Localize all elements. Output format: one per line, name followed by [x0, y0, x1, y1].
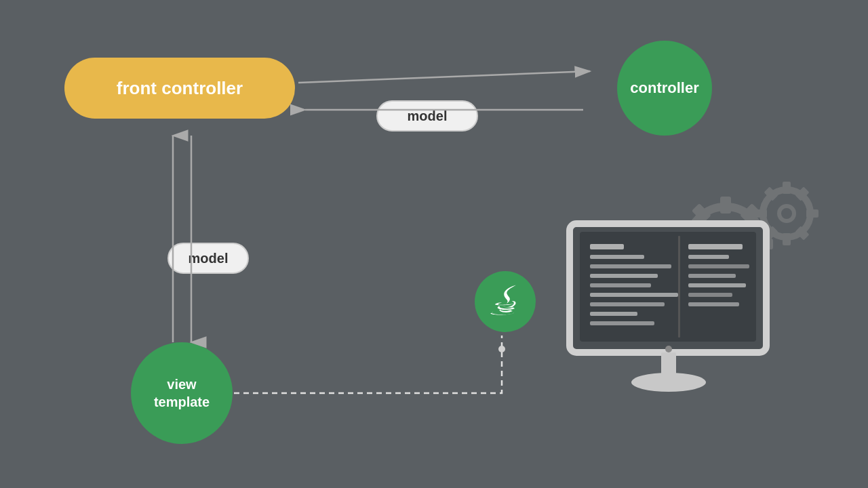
model-pill-vertical-label: model [189, 251, 229, 266]
svg-rect-37 [688, 302, 739, 306]
front-controller-node: front controller [64, 58, 295, 119]
svg-point-40 [631, 373, 706, 392]
svg-rect-33 [688, 264, 749, 268]
model-pill-horizontal-label: model [408, 108, 448, 124]
svg-rect-13 [783, 233, 791, 245]
svg-rect-2 [720, 197, 731, 214]
svg-point-11 [779, 206, 794, 221]
model-pill-horizontal: model [376, 100, 478, 131]
svg-rect-24 [590, 264, 671, 268]
front-controller-label: front controller [117, 78, 243, 99]
svg-rect-29 [590, 312, 637, 316]
svg-rect-30 [590, 321, 654, 325]
controller-label: controller [630, 79, 698, 97]
svg-rect-26 [590, 283, 651, 287]
model-pill-vertical: model [167, 243, 249, 274]
svg-rect-28 [590, 302, 665, 306]
view-template-label: viewtemplate [154, 375, 210, 411]
view-template-node: viewtemplate [131, 342, 233, 444]
svg-rect-23 [590, 255, 644, 259]
svg-rect-14 [806, 209, 818, 218]
monitor-icon [563, 217, 780, 413]
svg-rect-36 [688, 293, 732, 297]
svg-rect-31 [688, 244, 743, 249]
java-node [475, 271, 536, 332]
svg-point-41 [665, 346, 672, 352]
svg-rect-32 [688, 255, 729, 259]
svg-rect-34 [688, 274, 736, 278]
svg-rect-35 [688, 283, 746, 287]
svg-line-46 [298, 71, 590, 83]
monitor-display [563, 217, 780, 413]
controller-node: controller [617, 41, 712, 136]
svg-rect-25 [590, 274, 658, 278]
svg-rect-22 [590, 244, 624, 249]
java-icon [488, 285, 522, 319]
svg-point-50 [498, 346, 505, 352]
svg-rect-27 [590, 293, 678, 297]
svg-rect-12 [783, 182, 791, 194]
svg-rect-38 [678, 236, 680, 338]
